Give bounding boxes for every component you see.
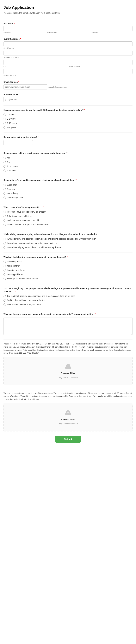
q7-text: Which of the following represents what m… <box>3 256 133 259</box>
q3-option-3[interactable]: To an extent <box>3 165 133 168</box>
q8-option-3[interactable]: Take actions to end the day with a win. <box>3 303 133 306</box>
city-label: City <box>3 65 67 68</box>
resume-upload-title: Browse Files <box>7 418 129 422</box>
q1-option-2[interactable]: 3-5 years <box>3 117 133 120</box>
phone-input[interactable] <box>3 97 47 102</box>
q2-input[interactable] <box>3 140 33 145</box>
q11-info: We really appreciate you completing all … <box>3 392 133 401</box>
last-name-label: Last Name <box>91 32 133 34</box>
postal-label: Postal / Zip Code <box>3 74 16 76</box>
q5-option-1[interactable]: Feel that I have failed to do my job pro… <box>3 210 133 214</box>
q7-option-4[interactable]: Solving problems <box>3 273 133 276</box>
email-label: Email Address * <box>3 80 133 84</box>
q8-option-2[interactable]: End the day and have tomorrow go better. <box>3 299 133 302</box>
q5-option-2[interactable]: Take it as a personal failure <box>3 214 133 218</box>
state-input[interactable] <box>69 60 133 65</box>
q3-text: If you are cold calling a new industry i… <box>3 152 133 155</box>
q4-text: If you got a referral lead from a curren… <box>3 179 133 182</box>
q4-option-1[interactable]: Week later <box>3 183 133 186</box>
voicemail-upload-subtitle: Drag and drop files here <box>7 376 129 379</box>
q7-option-1[interactable]: Receiving praise <box>3 260 133 263</box>
q4-option-3[interactable]: Immediately <box>3 192 133 195</box>
q1-option-1[interactable]: 0-2 years <box>3 113 133 116</box>
q1-text: How much experience do you have with B2B… <box>3 108 133 112</box>
street-address-2-input[interactable] <box>3 51 133 56</box>
email-input[interactable] <box>3 84 47 90</box>
q9-text: What are the most important things to fo… <box>3 313 133 316</box>
page-subtitle: Please complete the form below to apply … <box>3 12 133 14</box>
q3-option-1[interactable]: Yes <box>3 156 133 160</box>
q1-option-4[interactable]: 10+ years <box>3 126 133 129</box>
street-address-label: Street Address <box>3 47 14 49</box>
q8-option-1[interactable]: Get feedback from my sales manager or a … <box>3 294 133 298</box>
postal-input[interactable] <box>3 69 133 74</box>
q4-option-4[interactable]: Couple days later <box>3 196 133 199</box>
page-title: Job Application <box>3 4 133 10</box>
q6-option-2[interactable]: I would nod in agreement and move the co… <box>3 242 133 245</box>
q7-option-2[interactable]: Making money <box>3 264 133 268</box>
street-address-2-label: Street Address Line 2 <box>3 56 19 58</box>
q4-option-2[interactable]: Next day <box>3 188 133 191</box>
q4-radio-group: Week later Next day Immediately Couple d… <box>3 183 133 199</box>
q5-option-3[interactable]: Let it bother me more than I should <box>3 219 133 222</box>
q6-text: While talking to someone, they raise an … <box>3 233 133 236</box>
q3-option-4[interactable]: It depends <box>3 169 133 172</box>
q6-option-1[interactable]: I would give my own counter opinion, I e… <box>3 238 133 240</box>
q6-option-3[interactable]: I would verbally agree with them, I woul… <box>3 246 133 249</box>
first-name-input[interactable] <box>3 26 45 31</box>
last-name-input[interactable] <box>91 26 133 31</box>
q7-option-3[interactable]: Learning new things <box>3 269 133 272</box>
submit-button[interactable]: Submit <box>55 436 81 442</box>
q6-radio-group: I would give my own counter opinion, I e… <box>3 238 133 249</box>
middle-name-input[interactable] <box>47 26 89 31</box>
q7-radio-group: Receiving praise Making money Learning n… <box>3 260 133 280</box>
q10-info: Please record the following sample voice… <box>3 342 133 354</box>
phone-label: Phone Number * <box>3 93 133 96</box>
q1-option-3[interactable]: 6-10 years <box>3 122 133 125</box>
q3-option-2[interactable]: No <box>3 160 133 164</box>
q5-radio-group: Feel that I have failed to do my job pro… <box>3 210 133 226</box>
resume-upload-subtitle: Drag and drop files here <box>7 422 129 425</box>
middle-name-label: Middle Name <box>47 32 89 34</box>
full-name-label: Full Name * <box>3 22 133 25</box>
q5-option-4[interactable]: Use the criticism to improve and move fo… <box>3 223 133 226</box>
email-helper: example@example.com <box>48 86 67 88</box>
q1-radio-group: 0-2 years 3-5 years 6-10 years 10+ years <box>3 113 133 129</box>
q8-text: You had a tough day. Two prospects cance… <box>3 287 133 293</box>
q7-option-5[interactable]: Making a difference for our clients <box>3 277 133 280</box>
address-label: Current Address * <box>3 38 133 40</box>
upload-icon-resume <box>65 409 71 416</box>
upload-icon <box>65 363 71 370</box>
q5-text: When I hear a "no" from a prospect I . .… <box>3 206 133 209</box>
voicemail-upload-area[interactable]: Browse Files Drag and drop files here <box>3 357 133 385</box>
q9-textarea[interactable] <box>3 317 133 335</box>
street-address-input[interactable] <box>3 42 133 46</box>
voicemail-upload-title: Browse Files <box>7 372 129 375</box>
q8-radio-group: Get feedback from my sales manager or a … <box>3 294 133 306</box>
state-label: State / Province <box>69 65 133 68</box>
city-input[interactable] <box>3 60 67 65</box>
q2-text: Do you enjoy being on the phone? * <box>3 136 133 139</box>
first-name-label: First Name <box>3 32 45 34</box>
resume-upload-area[interactable]: Browse Files Drag and drop files here <box>3 403 133 432</box>
q3-radio-group: Yes No To an extent It depends <box>3 156 133 172</box>
